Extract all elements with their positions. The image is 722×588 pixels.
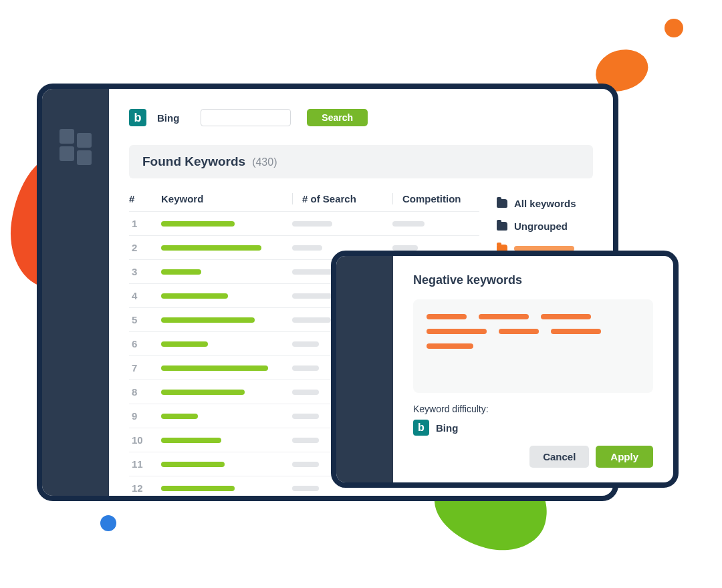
searches-bar [292,390,319,395]
row-number: 4 [129,290,161,301]
negative-keyword-tag[interactable] [499,329,539,334]
bing-icon: b [413,420,429,436]
row-number: 12 [129,482,161,494]
negative-keyword-tag[interactable] [541,314,591,319]
row-number: 2 [129,242,161,253]
searches-bar [292,365,319,371]
keyword-difficulty-label: Keyword difficulty: [413,404,653,414]
competition-bar [392,245,418,251]
keyword-bar [161,221,235,227]
keyword-bar [161,414,198,419]
searches-bar [292,486,319,491]
keyword-bar [161,390,245,395]
group-label: All keywords [514,198,576,209]
negative-keywords-box[interactable] [413,299,653,393]
keyword-bar [161,269,201,275]
group-all-keywords[interactable]: All keywords [497,192,593,214]
negative-keyword-tag[interactable] [427,314,467,319]
keyword-bar [161,486,235,491]
searches-bar [292,341,319,347]
searches-bar [292,462,319,467]
decorative-dot [665,19,683,37]
row-number: 11 [129,458,161,470]
col-searches: # of Search [292,193,392,204]
negative-keyword-tag[interactable] [479,314,529,319]
keyword-difficulty-row: b Bing [413,420,653,436]
searches-bar [292,438,319,443]
dialog-sidebar [336,256,393,482]
searches-bar [292,317,331,323]
col-keyword: Keyword [161,193,292,204]
decorative-dot [100,515,116,531]
dialog-content: Negative keywords Keyword difficulty: b … [393,256,673,482]
apps-icon[interactable] [59,129,92,161]
searches-bar [292,221,332,227]
found-title: Found Keywords [142,154,245,169]
row-number: 1 [129,218,161,229]
dialog-buttons: Cancel Apply [413,446,653,468]
keyword-bar [161,293,228,299]
dialog-title: Negative keywords [413,273,653,287]
found-count: (430) [252,156,277,168]
found-keywords-header: Found Keywords (430) [129,145,593,178]
negative-keywords-dialog: Negative keywords Keyword difficulty: b … [331,251,679,488]
keyword-bar [161,245,261,251]
searches-bar [292,414,319,419]
kd-provider-label: Bing [436,422,458,434]
col-competition: Competition [392,193,479,204]
search-bar-row: b Bing Search [129,109,593,126]
negative-keyword-tag[interactable] [427,329,487,334]
bing-icon: b [129,109,146,126]
row-number: 3 [129,266,161,277]
negative-keyword-tag[interactable] [551,329,601,334]
provider-label: Bing [157,112,179,124]
keyword-bar [161,317,255,323]
folder-icon [497,199,507,208]
keyword-bar [161,341,208,347]
negative-keyword-tag[interactable] [427,343,473,349]
table-header: # Keyword # of Search Competition [129,186,479,212]
competition-bar [392,221,425,227]
apply-button[interactable]: Apply [596,446,653,468]
row-number: 10 [129,434,161,446]
searches-bar [292,293,332,299]
search-input[interactable] [201,109,291,126]
keyword-bar [161,365,268,371]
group-label: Ungrouped [514,220,568,232]
row-number: 9 [129,410,161,422]
sidebar [42,89,109,496]
row-number: 5 [129,314,161,325]
cancel-button[interactable]: Cancel [529,446,589,468]
keyword-bar [161,438,221,443]
row-number: 7 [129,362,161,374]
row-number: 6 [129,338,161,349]
search-button[interactable]: Search [307,109,368,126]
keyword-bar [161,462,225,467]
row-number: 8 [129,386,161,398]
table-row[interactable]: 1 [129,212,479,236]
col-num: # [129,193,161,204]
searches-bar [292,245,322,251]
folder-icon [497,222,507,231]
group-ungrouped[interactable]: Ungrouped [497,214,593,237]
